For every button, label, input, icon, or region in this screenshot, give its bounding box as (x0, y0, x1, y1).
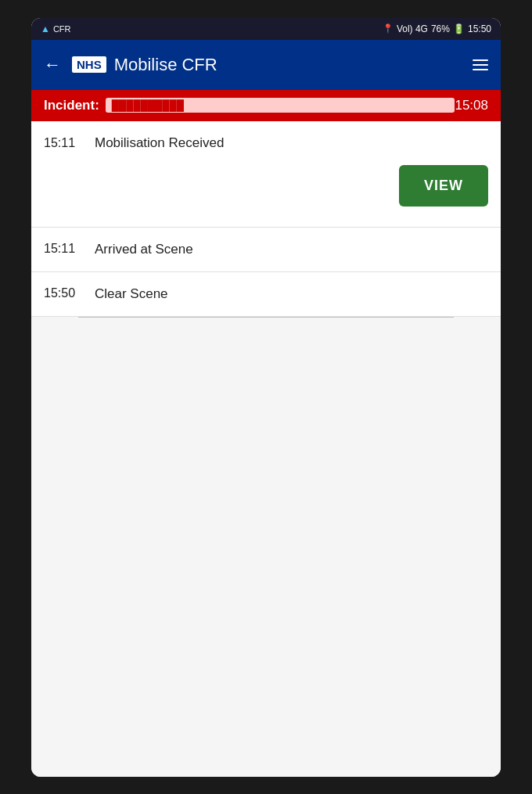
clear-time: 15:50 (44, 286, 95, 300)
status-bar: ▲ CFR 📍 Vol) 4G 76% 🔋 15:50 (31, 18, 501, 40)
menu-line-3 (473, 69, 488, 70)
incident-label: Incident: (44, 98, 99, 113)
status-left: ▲ CFR (41, 23, 71, 34)
arrived-label: Arrived at Scene (95, 242, 488, 257)
app-label: CFR (53, 24, 71, 34)
clear-label: Clear Scene (95, 286, 488, 302)
event-arrived: 15:11 Arrived at Scene (31, 228, 501, 272)
event-clear: 15:50 Clear Scene (31, 272, 501, 317)
nav-indicator: ▲ (41, 23, 50, 34)
menu-button[interactable] (473, 59, 488, 70)
back-button[interactable]: ← (44, 55, 61, 75)
menu-line-1 (473, 59, 488, 61)
app-title: Mobilise CFR (114, 55, 473, 75)
main-content: 15:11 Mobilisation Received VIEW 15:11 A… (31, 121, 501, 777)
grid-h4 (78, 317, 454, 318)
battery-label: 76% (431, 23, 450, 34)
incident-time: 15:08 (455, 98, 488, 113)
view-button[interactable]: VIEW (399, 165, 488, 207)
menu-line-2 (473, 64, 488, 66)
event-mobilisation: 15:11 Mobilisation Received VIEW (31, 121, 501, 228)
view-btn-row: VIEW (44, 165, 488, 213)
status-right: 📍 Vol) 4G 76% 🔋 15:50 (383, 23, 491, 34)
mobilisation-top: 15:11 Mobilisation Received (44, 135, 488, 151)
incident-bar: Incident: ██████████ 15:08 (31, 90, 501, 121)
signal-label: Vol) 4G (397, 23, 428, 34)
app-bar: ← NHS Mobilise CFR (31, 40, 501, 90)
arrived-time: 15:11 (44, 242, 95, 256)
battery-icon: 🔋 (453, 23, 465, 34)
nhs-logo: NHS (72, 56, 106, 73)
clock: 15:50 (468, 23, 491, 34)
phone-frame: ▲ CFR 📍 Vol) 4G 76% 🔋 15:50 ← NHS Mobili… (31, 18, 501, 777)
location-icon: 📍 (383, 23, 394, 34)
mobilisation-label: Mobilisation Received (95, 135, 224, 151)
mobilisation-time: 15:11 (44, 136, 95, 150)
incident-id: ██████████ (106, 98, 455, 113)
